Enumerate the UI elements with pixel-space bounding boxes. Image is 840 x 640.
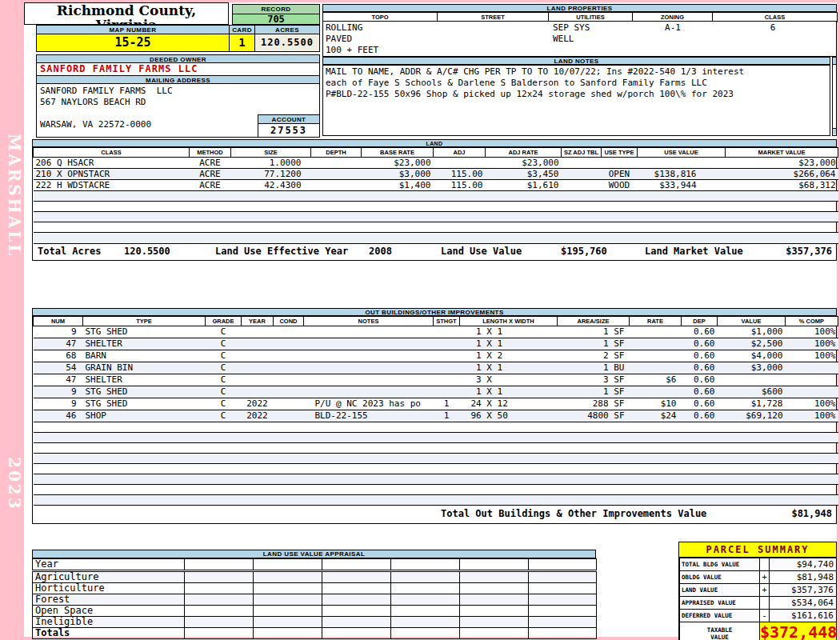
land-use-value: $195,760: [561, 244, 607, 259]
ob-cell-cond: [274, 374, 304, 386]
ob-cell-rate: [630, 362, 682, 374]
ob-cell-year: [242, 386, 274, 398]
ob-cell-rate: [630, 338, 682, 350]
summary-row-value: $94,740: [770, 558, 837, 571]
summary-row-value: $534,064: [770, 597, 837, 610]
land-cell-use-value: [638, 158, 726, 169]
ob-cell-rate: [630, 386, 682, 398]
ob-cell-type: SHELTER: [83, 374, 206, 386]
ob-cell-type: STG SHED: [83, 398, 206, 410]
parcel-summary-row: DEFERRED VALUE - $161,616: [680, 610, 837, 622]
record-value: 705: [232, 14, 320, 25]
parcel-summary: PARCEL SUMMARY TOTAL BLDG VALUE $94,740 …: [678, 542, 837, 640]
out-building-row: 9 STG SHED C 1 X 1 1 SF 0.60 $1,000: [34, 326, 838, 338]
ob-cell-notes: P/U @ NC 2023 has po: [304, 398, 434, 410]
summary-row-label: DEFERRED VALUE: [680, 610, 760, 622]
column-header: YEAR: [242, 317, 274, 326]
land-section-title: LAND: [32, 139, 837, 147]
deeded-owner-value: SANFORD FAMILY FARMS LLC: [36, 62, 320, 76]
column-header: GRADE: [206, 317, 242, 326]
watermark-year: 2023: [0, 452, 24, 516]
out-buildings-table: NUMTYPEGRADEYEARCONDNOTESSTHGTLENGTH X W…: [32, 316, 837, 524]
ob-cell-value: $4,000: [718, 350, 786, 362]
out-building-row: 47 SHELTER C 3 X 3 SF $6 0.60: [34, 374, 838, 386]
ob-cell-rate: $10: [630, 398, 682, 410]
land-cell-sz-adj-tbl: [562, 169, 602, 180]
card-value: 1: [229, 34, 255, 52]
column-header: DEP: [682, 317, 718, 326]
ob-cell-value: $2,500: [718, 338, 786, 350]
land-cell-adj-rate: $23,000: [486, 158, 562, 169]
ob-cell-notes: [304, 374, 434, 386]
column-header: USE VALUE: [638, 148, 726, 158]
out-building-row: 9 STG SHED C 2022 P/U @ NC 2023 has po 1…: [34, 398, 838, 410]
land-cell-adj: 115.00: [434, 169, 486, 180]
ob-cell-cond: [274, 398, 304, 410]
land-row: 206 Q HSACR ACRE 1.0000 $23,000 $23,000 …: [34, 158, 838, 169]
land-market-value: $357,376: [786, 244, 832, 259]
appraisal-row: Horticulture: [33, 583, 597, 594]
ob-cell-grade: C: [206, 386, 242, 398]
ob-cell-num: 9: [34, 386, 83, 398]
empty-row: [34, 202, 838, 212]
land-empty-rows: [34, 191, 838, 244]
column-header: METHOD: [190, 148, 231, 158]
empty-row: [34, 222, 838, 233]
ob-cell-dep: 0.60: [682, 326, 718, 338]
ob-cell-year: [242, 326, 274, 338]
ob-cell-type: BARN: [83, 350, 206, 362]
ob-cell-notes: [304, 350, 434, 362]
ob-cell-pct-comp: 100%: [786, 398, 838, 410]
ob-cell-rate: $24: [630, 410, 682, 422]
summary-row-sign: +: [760, 571, 770, 584]
property-record-card: MARSHALL 2023 Richmond County, Virginia …: [0, 0, 840, 640]
ob-cell-year: 2022: [242, 398, 274, 410]
empty-row: [34, 495, 838, 506]
ob-cell-num: 54: [34, 362, 83, 374]
utilities-value: SEP SYS: [553, 22, 590, 34]
ob-cell-num: 47: [34, 374, 83, 386]
parcel-summary-row: TOTAL BLDG VALUE $94,740: [680, 558, 837, 571]
account-value: 27553: [258, 123, 320, 138]
land-row: 222 H WDSTACRE ACRE 42.4300 $1,400 115.0…: [34, 180, 838, 191]
ob-cell-area-size: 288 SF: [558, 398, 630, 410]
ob-cell-dep: 0.60: [682, 350, 718, 362]
card-content: Richmond County, Virginia Commissioner o…: [24, 2, 837, 637]
zoning-value: A-1: [633, 22, 713, 34]
summary-row-label: APPRAISED VALUE: [680, 597, 760, 610]
ob-cell-value: $69,120: [718, 410, 786, 422]
land-cell-class: 206 Q HSACR: [34, 158, 190, 169]
ob-cell-grade: C: [206, 374, 242, 386]
land-cell-use-type: [602, 158, 638, 169]
effective-year-label: Land Use Effective Year: [215, 244, 348, 259]
ob-cell-year: [242, 338, 274, 350]
column-header: SZ ADJ TBL: [562, 148, 602, 158]
out-building-row: 68 BARN C 1 X 2 2 SF 0.60 $4,000: [34, 350, 838, 362]
notes-side-strip: [832, 57, 837, 136]
ob-cell-rate: $6: [630, 374, 682, 386]
county-header: Richmond County, Virginia Commissioner o…: [24, 2, 229, 25]
out-building-row: 54 GRAIN BIN C 1 X 1 1 BU 0.60 $3,000: [34, 362, 838, 374]
land-cell-adj: [434, 158, 486, 169]
ob-cell-year: [242, 350, 274, 362]
ob-cell-type: SHOP: [83, 410, 206, 422]
ob-cell-sthgt: [434, 362, 460, 374]
empty-row: [34, 474, 838, 485]
column-header: STHGT: [434, 317, 460, 326]
column-header: NUM: [34, 317, 83, 326]
ob-cell-area-size: 1 SF: [558, 338, 630, 350]
empty-row: [34, 443, 838, 454]
empty-row: [34, 454, 838, 464]
ob-cell-num: 9: [34, 326, 83, 338]
out-buildings-table-body: 9 STG SHED C 1 X 1 1 SF 0.60 $1,000: [34, 326, 838, 422]
ob-cell-length-width: 1 X 1: [460, 386, 558, 398]
empty-row: [34, 422, 838, 433]
ob-cell-sthgt: 1: [434, 410, 460, 422]
column-header: VALUE: [718, 317, 786, 326]
empty-row: [34, 433, 838, 443]
ob-cell-notes: [304, 362, 434, 374]
empty-row: [34, 464, 838, 474]
ob-cell-sthgt: [434, 326, 460, 338]
column-header: DEPTH: [311, 148, 362, 158]
land-table-body: 206 Q HSACR ACRE 1.0000 $23,000 $23,000 …: [34, 158, 838, 191]
